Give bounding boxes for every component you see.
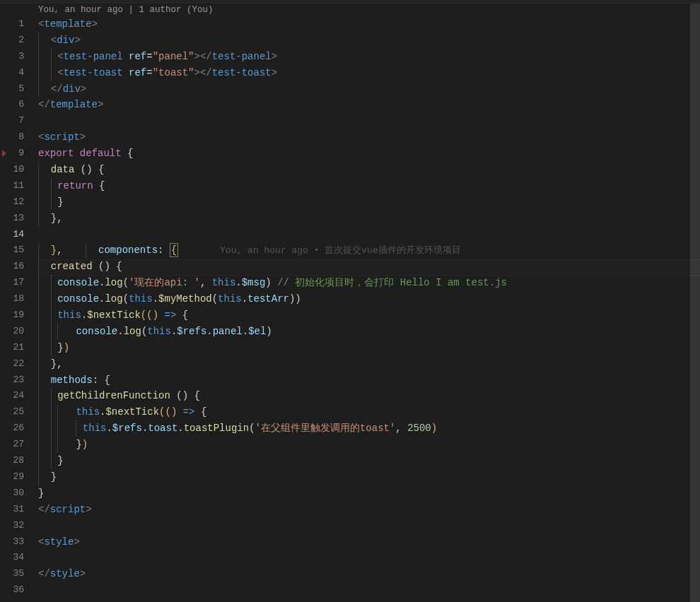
code-line[interactable] <box>38 518 700 534</box>
line-number[interactable]: 2 <box>0 33 24 49</box>
line-number[interactable]: 27 <box>0 437 24 453</box>
code-line[interactable]: </style> <box>38 566 700 582</box>
line-number[interactable]: 26 <box>0 420 24 437</box>
breakpoint-icon[interactable] <box>2 150 6 157</box>
line-number[interactable]: 22 <box>0 356 24 372</box>
code-line[interactable]: console.log(this.$refs.panel.$el) <box>38 324 700 340</box>
line-number-gutter[interactable]: 1234567891011121314151617181920212223242… <box>0 4 34 602</box>
code-line[interactable]: <script> <box>38 129 700 146</box>
code-line[interactable]: }) <box>38 437 700 453</box>
line-number[interactable]: 4 <box>0 65 24 81</box>
line-number[interactable]: 6 <box>0 97 24 113</box>
code-line[interactable]: this.$nextTick(() => { <box>38 307 700 324</box>
line-number[interactable]: 25 <box>0 404 24 420</box>
git-codelens[interactable]: You, an hour ago | 1 author (You) <box>34 4 700 16</box>
line-number[interactable]: 3 <box>0 49 24 65</box>
line-number[interactable]: 17 <box>0 275 24 291</box>
line-number[interactable]: 33 <box>0 534 24 550</box>
line-number[interactable]: 15 <box>0 242 24 259</box>
code-line[interactable]: } <box>38 453 700 469</box>
code-line[interactable]: data () { <box>38 162 700 178</box>
code-line[interactable]: <test-panel ref="panel"></test-panel> <box>38 49 700 65</box>
code-line[interactable]: </template> <box>38 97 700 113</box>
line-number[interactable]: 5 <box>0 81 24 98</box>
line-number[interactable]: 24 <box>0 388 24 404</box>
code-line[interactable]: <style> <box>38 534 700 550</box>
line-number[interactable]: 7 <box>0 113 24 129</box>
line-number[interactable]: 8 <box>0 129 24 146</box>
line-number[interactable]: 34 <box>0 550 24 566</box>
code-line[interactable] <box>38 113 700 129</box>
code-editor[interactable]: 1234567891011121314151617181920212223242… <box>0 4 700 602</box>
code-line[interactable]: <template> <box>38 16 700 33</box>
code-line[interactable] <box>38 550 700 566</box>
line-number[interactable]: 14 <box>0 227 24 243</box>
line-number[interactable]: 29 <box>0 469 24 485</box>
code-line[interactable]: <div> <box>38 33 700 49</box>
code-line-active[interactable]: components: { You, an hour ago • 首次提交vue… <box>38 227 700 243</box>
code-line[interactable]: console.log('现在的api: ', this.$msg) // 初始… <box>38 275 700 291</box>
line-number[interactable]: 30 <box>0 485 24 502</box>
line-number[interactable]: 20 <box>0 324 24 340</box>
code-line[interactable]: </div> <box>38 81 700 98</box>
line-number[interactable]: 16 <box>0 259 24 275</box>
code-line[interactable]: getChildrenFunction () { <box>38 388 700 404</box>
scrollbar-thumb[interactable] <box>690 4 700 602</box>
code-line[interactable]: }, <box>38 356 700 372</box>
code-line[interactable]: <test-toast ref="toast"></test-toast> <box>38 65 700 81</box>
line-number[interactable]: 19 <box>0 307 24 324</box>
code-line[interactable]: }, <box>38 242 700 259</box>
code-line[interactable]: return { <box>38 178 700 194</box>
line-number[interactable]: 18 <box>0 291 24 307</box>
code-line[interactable]: } <box>38 469 700 485</box>
line-number[interactable]: 21 <box>0 340 24 356</box>
line-number[interactable]: 35 <box>0 566 24 582</box>
code-line[interactable]: </script> <box>38 502 700 518</box>
line-number[interactable]: 23 <box>0 372 24 389</box>
code-line[interactable]: export default { <box>38 146 700 162</box>
code-line[interactable]: this.$refs.toast.toastPlugin('在父组件里触发调用的… <box>38 420 700 437</box>
line-number[interactable]: 28 <box>0 453 24 469</box>
code-line[interactable]: this.$nextTick(() => { <box>38 404 700 420</box>
line-number[interactable]: 1 <box>0 16 24 33</box>
line-number[interactable]: 11 <box>0 178 24 194</box>
code-line[interactable]: } <box>38 194 700 211</box>
code-line[interactable]: methods: { <box>38 372 700 389</box>
code-line[interactable]: created () { <box>38 259 700 275</box>
code-area[interactable]: <template> <div> <test-panel ref="panel"… <box>34 16 700 598</box>
code-line[interactable]: }, <box>38 211 700 227</box>
vertical-scrollbar[interactable] <box>690 4 700 602</box>
line-number[interactable]: 36 <box>0 582 24 598</box>
code-line[interactable]: console.log(this.$myMethod(this.testArr)… <box>38 291 700 307</box>
line-number[interactable]: 10 <box>0 162 24 178</box>
line-number[interactable]: 12 <box>0 194 24 211</box>
code-line[interactable]: }) <box>38 340 700 356</box>
line-number[interactable]: 31 <box>0 502 24 518</box>
line-number[interactable]: 13 <box>0 211 24 227</box>
line-number[interactable]: 32 <box>0 518 24 534</box>
code-line[interactable] <box>38 582 700 598</box>
code-line[interactable]: } <box>38 485 700 502</box>
